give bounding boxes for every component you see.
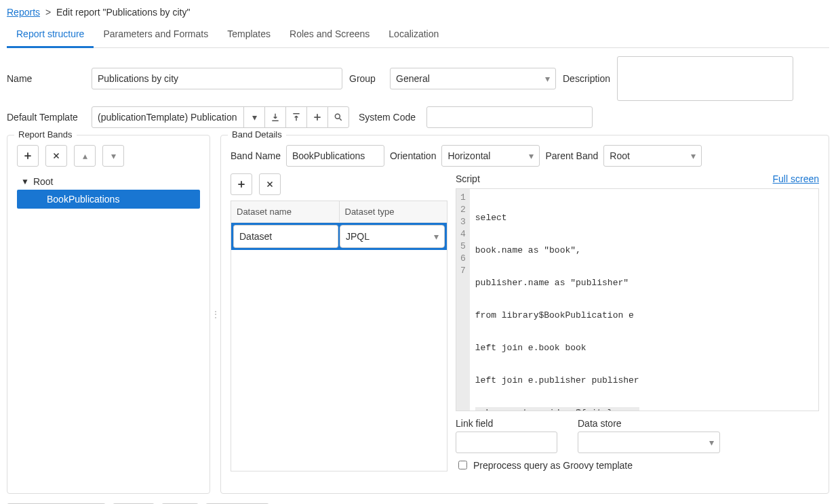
dataset-col-type: Dataset type bbox=[340, 201, 447, 222]
full-screen-link[interactable]: Full screen bbox=[773, 173, 819, 184]
data-store-select[interactable]: ▾ bbox=[578, 432, 720, 453]
band-details-panel: Band Details Band Name Orientation Horiz… bbox=[220, 135, 829, 494]
template-dropdown-button[interactable]: ▾ bbox=[243, 106, 265, 128]
orientation-select[interactable]: Horizontal ▾ bbox=[441, 145, 540, 167]
close-icon bbox=[52, 152, 60, 160]
parent-band-label: Parent Band bbox=[545, 150, 598, 161]
dataset-panel: Dataset name Dataset type JPQL ▾ bbox=[231, 173, 447, 471]
script-editor[interactable]: 1234567 select book.name as "book", publ… bbox=[456, 188, 819, 411]
tab-localization[interactable]: Localization bbox=[379, 23, 448, 48]
code-line: publisher.name as "publisher" bbox=[475, 277, 639, 289]
dataset-type-value: JPQL bbox=[346, 231, 370, 242]
band-details-legend: Band Details bbox=[228, 129, 286, 140]
script-label: Script bbox=[456, 173, 480, 184]
orientation-label: Orientation bbox=[390, 150, 436, 161]
band-name-input[interactable] bbox=[286, 145, 384, 167]
preprocess-label: Preprocess query as Groovy template bbox=[473, 460, 633, 471]
chevron-down-icon: ▾ bbox=[545, 73, 550, 84]
download-icon bbox=[271, 112, 280, 122]
system-code-label: System Code bbox=[359, 112, 420, 123]
caret-down-icon: ▾ bbox=[111, 150, 116, 161]
breadcrumb-current: Edit report "Publications by city" bbox=[56, 7, 190, 18]
report-bands-panel: Report Bands ▴ ▾ ▼ Root BookPublications bbox=[7, 135, 210, 494]
template-add-button[interactable] bbox=[306, 106, 328, 128]
band-add-button[interactable] bbox=[17, 145, 39, 167]
name-input[interactable] bbox=[92, 68, 342, 89]
name-label: Name bbox=[7, 73, 85, 84]
code-line: where e.town.id = ${city} bbox=[475, 407, 639, 411]
code-line: left join e.book book bbox=[475, 342, 639, 354]
dataset-type-select[interactable]: JPQL ▾ bbox=[340, 226, 444, 247]
link-field-input[interactable] bbox=[456, 432, 557, 453]
chevron-down-icon: ▾ bbox=[434, 231, 439, 242]
plus-icon bbox=[237, 180, 246, 189]
tabs: Report structure Parameters and Formats … bbox=[7, 23, 829, 48]
breadcrumb-root-link[interactable]: Reports bbox=[7, 7, 40, 18]
code-line: book.name as "book", bbox=[475, 245, 639, 257]
close-icon bbox=[266, 180, 274, 188]
dataset-name-input[interactable] bbox=[234, 226, 338, 247]
tree-child-bookpublications[interactable]: BookPublications bbox=[17, 190, 200, 209]
group-label: Group bbox=[349, 73, 383, 84]
template-search-button[interactable] bbox=[327, 106, 349, 128]
chevron-down-icon: ▾ bbox=[691, 150, 696, 161]
default-template-group: (publicationTemplate) Publication ▾ bbox=[92, 106, 349, 128]
breadcrumb: Reports > Edit report "Publications by c… bbox=[7, 7, 829, 18]
code-line: from library$BookPublication e bbox=[475, 310, 639, 322]
default-template-select[interactable]: (publicationTemplate) Publication bbox=[92, 106, 244, 128]
dataset-col-name: Dataset name bbox=[231, 201, 340, 222]
band-remove-button[interactable] bbox=[45, 145, 67, 167]
tab-templates[interactable]: Templates bbox=[218, 23, 280, 48]
default-template-value: (publicationTemplate) Publication bbox=[98, 112, 237, 123]
tree-root-label: Root bbox=[33, 176, 54, 187]
bands-tree: ▼ Root BookPublications bbox=[17, 173, 200, 209]
band-down-button[interactable]: ▾ bbox=[102, 145, 124, 167]
code-line: left join e.publisher publisher bbox=[475, 375, 639, 387]
tab-roles-screens[interactable]: Roles and Screens bbox=[280, 23, 379, 48]
editor-gutter: 1234567 bbox=[456, 189, 470, 411]
orientation-value: Horizontal bbox=[447, 150, 490, 161]
tab-parameters-formats[interactable]: Parameters and Formats bbox=[94, 23, 218, 48]
link-field-label: Link field bbox=[456, 418, 557, 429]
dataset-remove-button[interactable] bbox=[259, 173, 281, 195]
template-download-button[interactable] bbox=[264, 106, 286, 128]
tab-report-structure[interactable]: Report structure bbox=[7, 23, 94, 48]
band-name-label: Band Name bbox=[231, 150, 281, 161]
script-panel: Script Full screen 1234567 select book.n… bbox=[456, 173, 819, 471]
chevron-down-icon: ▾ bbox=[529, 150, 534, 161]
code-line: select bbox=[475, 212, 639, 224]
plus-icon bbox=[23, 151, 33, 161]
tree-root-node[interactable]: ▼ Root bbox=[17, 173, 200, 190]
dataset-table-header: Dataset name Dataset type bbox=[231, 201, 447, 223]
caret-up-icon: ▴ bbox=[83, 150, 87, 161]
tree-expand-icon: ▼ bbox=[21, 177, 29, 186]
report-bands-legend: Report Bands bbox=[14, 129, 77, 140]
chevron-down-icon: ▾ bbox=[252, 112, 257, 123]
band-up-button[interactable]: ▴ bbox=[74, 145, 96, 167]
description-label: Description bbox=[563, 73, 610, 84]
upload-icon bbox=[292, 112, 301, 122]
group-select-value: General bbox=[396, 73, 430, 84]
template-upload-button[interactable] bbox=[285, 106, 307, 128]
editor-code[interactable]: select book.name as "book", publisher.na… bbox=[470, 189, 645, 411]
group-select[interactable]: General ▾ bbox=[390, 68, 556, 89]
dataset-row[interactable]: JPQL ▾ bbox=[231, 223, 447, 250]
parent-band-select[interactable]: Root ▾ bbox=[603, 145, 702, 167]
plus-icon bbox=[313, 112, 322, 122]
search-icon bbox=[334, 112, 343, 122]
system-code-input[interactable] bbox=[426, 106, 593, 128]
dataset-add-button[interactable] bbox=[231, 173, 252, 195]
preprocess-checkbox[interactable] bbox=[458, 461, 467, 469]
chevron-down-icon: ▾ bbox=[709, 437, 714, 448]
description-textarea[interactable] bbox=[617, 56, 793, 101]
svg-point-0 bbox=[335, 114, 340, 119]
dataset-table: Dataset name Dataset type JPQL ▾ bbox=[231, 201, 447, 471]
splitter-handle[interactable]: ⋮ bbox=[210, 135, 220, 494]
breadcrumb-sep: > bbox=[45, 7, 51, 18]
default-template-label: Default Template bbox=[7, 112, 85, 123]
data-store-label: Data store bbox=[578, 418, 720, 429]
parent-band-value: Root bbox=[610, 150, 630, 161]
